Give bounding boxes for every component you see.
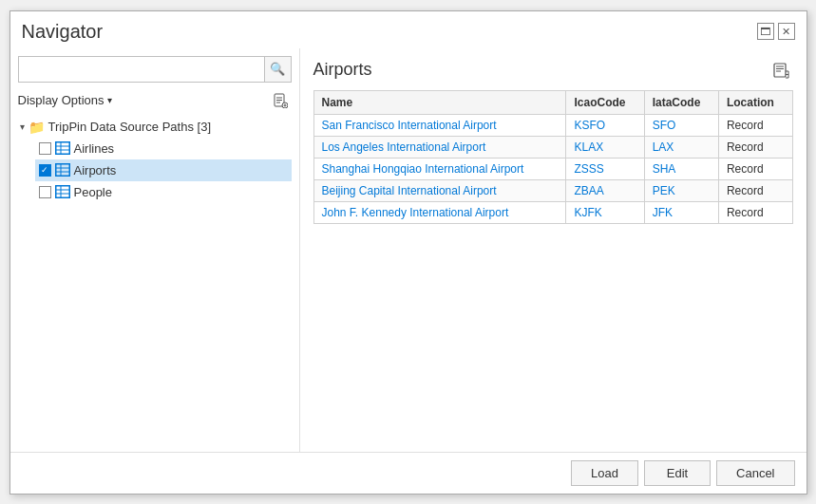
table-row: Beijing Capital International AirportZBA… [313,179,792,201]
expand-icon: ▾ [20,121,25,132]
svg-rect-15 [56,186,69,197]
table-row: San Francisco International AirportKSFOS… [313,114,792,136]
title-controls: 🗖 ✕ [757,23,795,40]
display-options-button[interactable]: Display Options ▾ [18,93,112,107]
new-source-button[interactable] [269,90,292,111]
table-row: Shanghai Hongqiao International AirportZ… [313,158,792,179]
table-row: Los Angeles International AirportKLAXLAX… [313,136,792,158]
restore-button[interactable]: 🗖 [757,23,774,40]
footer: Load Edit Cancel [10,452,807,494]
edit-button[interactable]: Edit [644,460,711,486]
preview-icon[interactable] [770,60,793,81]
cell-name: Shanghai Hongqiao International Airport [313,158,566,179]
airlines-checkbox[interactable] [39,142,51,155]
svg-rect-7 [56,142,69,154]
cell-location: Record [718,158,792,179]
tree-area: ▾ 📁 TripPin Data Source Paths [3] [18,117,292,444]
cell-icaocode: ZSSS [566,158,644,179]
airports-checkbox[interactable]: ✓ [39,164,51,177]
svg-rect-19 [774,64,786,77]
left-panel: 🔍 Display Options ▾ [10,48,300,452]
cell-iatacode: LAX [644,136,718,158]
tree-item-people[interactable]: People [35,181,292,203]
tree-item-airports[interactable]: ✓ Airports [35,159,292,181]
cell-iatacode: JFK [644,201,718,223]
table-icon-airlines [55,141,70,155]
cell-name: San Francisco International Airport [313,114,566,136]
cell-icaocode: KSFO [566,114,644,136]
search-input[interactable] [19,58,264,80]
cell-location: Record [718,179,792,201]
cell-name: Los Angeles International Airport [313,136,566,158]
cell-iatacode: SHA [644,158,718,179]
cell-icaocode: KJFK [566,201,644,223]
right-header: Airports [313,60,793,81]
cell-iatacode: PEK [644,179,718,201]
search-bar: 🔍 [18,56,292,83]
right-panel: Airports Name Ic [300,48,807,452]
table-row: John F. Kennedy International AirportKJF… [313,201,792,223]
tree-item-airlines[interactable]: Airlines [35,138,292,159]
tree-root-label: TripPin Data Source Paths [3] [48,120,212,134]
cell-icaocode: KLAX [566,136,644,158]
cell-name: John F. Kennedy International Airport [313,201,566,223]
entity-title: Airports [313,60,372,80]
svg-rect-11 [56,164,69,176]
cell-iatacode: SFO [644,114,718,136]
title-bar: Navigator 🗖 ✕ [10,11,807,48]
col-header-name: Name [313,90,566,114]
dialog-title: Navigator [22,21,104,43]
display-options-label: Display Options [18,93,104,107]
folder-icon: 📁 [28,120,45,135]
people-label: People [74,185,112,199]
table-icon-people [55,185,70,198]
search-icon[interactable]: 🔍 [264,57,291,82]
cell-location: Record [718,201,792,223]
load-button[interactable]: Load [571,460,638,486]
cell-name: Beijing Capital International Airport [313,179,566,201]
airports-label: Airports [74,163,117,177]
col-header-iata: IataCode [644,90,718,114]
cell-location: Record [718,114,792,136]
cell-location: Record [718,136,792,158]
navigator-dialog: Navigator 🗖 ✕ 🔍 Display Options ▾ [9,10,807,495]
close-button[interactable]: ✕ [778,23,795,40]
airports-table: Name IcaoCode IataCode Location San Fran… [313,90,793,224]
cancel-button[interactable]: Cancel [716,460,794,486]
col-header-icao: IcaoCode [566,90,644,114]
tree-children: Airlines ✓ Airport [35,138,292,203]
people-checkbox[interactable] [39,186,51,198]
display-options-row: Display Options ▾ [18,90,292,111]
tree-root-item[interactable]: ▾ 📁 TripPin Data Source Paths [3] [18,117,292,138]
airlines-label: Airlines [74,141,115,156]
cell-icaocode: ZBAA [566,179,644,201]
chevron-down-icon: ▾ [107,95,112,105]
main-content: 🔍 Display Options ▾ [10,48,807,452]
new-datasource-icon [273,93,288,108]
col-header-location: Location [718,90,792,114]
table-icon-airports [55,163,70,177]
